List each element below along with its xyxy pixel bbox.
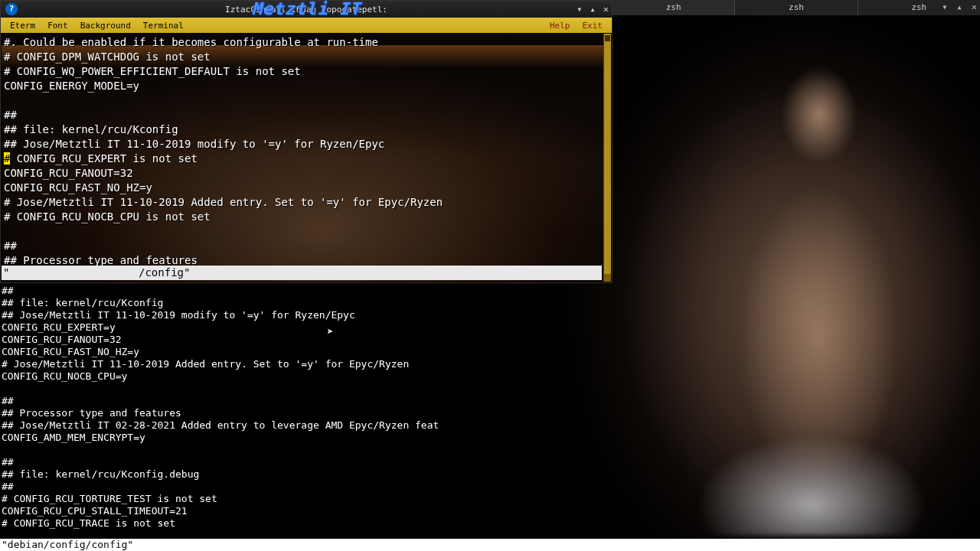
mouse-cursor-icon: ➤ xyxy=(327,325,335,336)
terminal-line: ## Jose/Metztli IT 11-10-2019 modify to … xyxy=(2,309,980,321)
scrollbar-arrow-down-icon[interactable] xyxy=(604,274,611,282)
eterm-window: ? IztacCihuatl ihuan Popocatepetl: Metzt… xyxy=(0,0,612,283)
maximize-icon[interactable]: ▴ xyxy=(590,4,596,15)
terminal-line: CONFIG_AMD_MEM_ENCRYPT=y xyxy=(2,432,980,444)
terminal-line: # CONFIG_DPM_WATCHDOG is not set xyxy=(4,50,602,64)
minimize-icon[interactable]: ▾ xyxy=(942,2,947,12)
terminal-line: CONFIG_RCU_CPU_STALL_TIMEOUT=21 xyxy=(2,505,980,517)
eterm-status-line: " /config" xyxy=(2,266,602,280)
taskbar: zsh zsh zsh xyxy=(612,0,980,15)
terminal-line: ## xyxy=(2,456,980,468)
terminal-line: ## file: kernel/rcu/Kconfig xyxy=(2,297,980,309)
terminal-line: ## xyxy=(2,285,980,297)
terminal-line: ## xyxy=(2,481,980,493)
eterm-text-content[interactable]: #. Could be enabled if it becomes config… xyxy=(4,35,602,268)
terminal-line: CONFIG_RCU_FANOUT=32 xyxy=(4,166,602,181)
background-terminal[interactable]: #### file: kernel/rcu/Kconfig## Jose/Met… xyxy=(0,285,980,530)
terminal-line: # CONFIG_WQ_POWER_EFFICIENT_DEFAULT is n… xyxy=(4,64,602,79)
menu-eterm[interactable]: Eterm xyxy=(4,21,41,31)
background-terminal-status: "debian/config/config" xyxy=(0,539,980,551)
eterm-menubar: Eterm Font Background Terminal Help Exit xyxy=(1,18,612,33)
menu-background[interactable]: Background xyxy=(74,21,137,31)
terminal-line xyxy=(4,224,602,239)
terminal-line: # CONFIG_RCU_TRACE is not set xyxy=(2,517,980,530)
menu-font[interactable]: Font xyxy=(41,21,74,31)
terminal-line: CONFIG_ENERGY_MODEL=y xyxy=(4,79,602,93)
terminal-line: # CONFIG_RCU_EXPERT is not set xyxy=(4,152,602,166)
terminal-line: # Jose/Metztli IT 11-10-2019 Added entry… xyxy=(2,358,980,370)
terminal-line: CONFIG_RCU_FANOUT=32 xyxy=(2,334,980,346)
terminal-line: #. Could be enabled if it becomes config… xyxy=(4,35,602,50)
terminal-line: ## xyxy=(4,239,602,253)
eterm-titlebar[interactable]: ? IztacCihuatl ihuan Popocatepetl: Metzt… xyxy=(1,1,612,18)
terminal-line: # CONFIG_RCU_NOCB_CPU is not set xyxy=(4,210,602,224)
menu-exit[interactable]: Exit xyxy=(577,21,609,31)
terminal-line: CONFIG_RCU_EXPERT=y xyxy=(2,321,980,334)
window-controls: ▾ ▴ ✕ xyxy=(577,4,609,15)
terminal-line xyxy=(4,93,602,108)
terminal-line: CONFIG_RCU_NOCB_CPU=y xyxy=(2,370,980,383)
scrollbar-thumb[interactable] xyxy=(605,35,610,41)
terminal-line: # Jose/Metztli IT 11-10-2019 Added entry… xyxy=(4,195,602,210)
menu-help[interactable]: Help xyxy=(544,21,577,31)
terminal-line: ## Jose/Metztli IT 11-10-2019 modify to … xyxy=(4,137,602,152)
screen-window-controls: ▾ ▴ ✕ xyxy=(942,2,977,12)
close-icon[interactable]: ✕ xyxy=(603,4,609,15)
terminal-line: ## xyxy=(4,108,602,122)
scrollbar[interactable] xyxy=(603,34,611,282)
terminal-line: ## Jose/Metztli IT 02-28-2021 Added entr… xyxy=(2,419,980,432)
terminal-line: CONFIG_RCU_FAST_NO_HZ=y xyxy=(2,346,980,358)
terminal-line: ## xyxy=(2,395,980,407)
maximize-icon[interactable]: ▴ xyxy=(957,2,962,12)
close-icon[interactable]: ✕ xyxy=(972,2,977,12)
taskbar-tab-zsh[interactable]: zsh xyxy=(612,0,734,15)
taskbar-tab-zsh[interactable]: zsh xyxy=(734,0,857,15)
terminal-line: ## file: kernel/rcu/Kconfig.debug xyxy=(2,468,980,481)
terminal-line xyxy=(2,444,980,456)
terminal-line xyxy=(2,383,980,395)
terminal-line: ## file: kernel/rcu/Kconfig xyxy=(4,122,602,137)
minimize-icon[interactable]: ▾ xyxy=(577,4,582,15)
terminal-line: ## Processor type and features xyxy=(2,407,980,419)
watermark-text: Metztli IT xyxy=(252,0,361,18)
terminal-line: CONFIG_RCU_FAST_NO_HZ=y xyxy=(4,181,602,195)
menu-terminal[interactable]: Terminal xyxy=(137,21,190,31)
eterm-body[interactable]: #. Could be enabled if it becomes config… xyxy=(1,33,612,282)
terminal-line: # CONFIG_RCU_TORTURE_TEST is not set xyxy=(2,493,980,505)
